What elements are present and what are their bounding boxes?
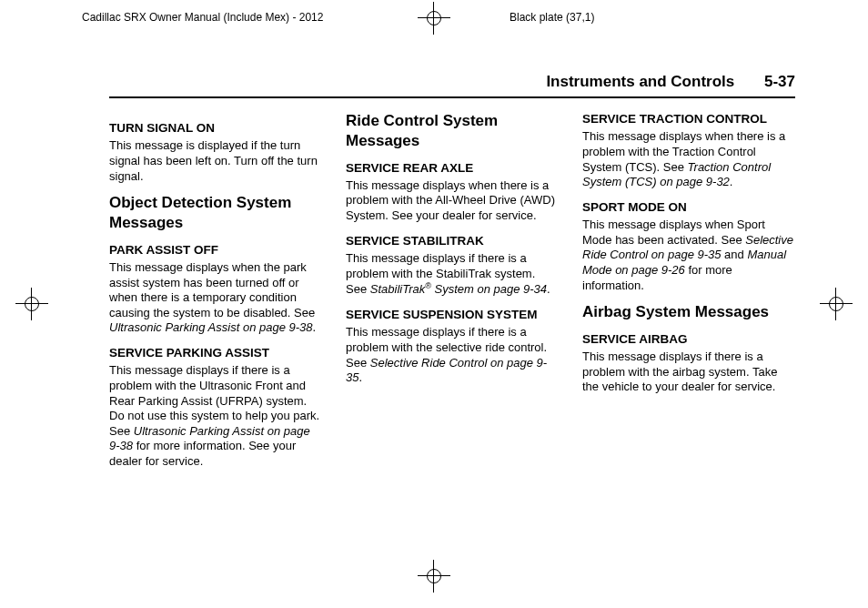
heading-service-rear-axle: SERVICE REAR AXLE xyxy=(346,160,559,176)
text: for more information. See your dealer fo… xyxy=(109,439,296,468)
column-1: TURN SIGNAL ON This message is displayed… xyxy=(109,111,322,475)
manual-title: Cadillac SRX Owner Manual (Include Mex) … xyxy=(82,11,323,24)
text: . xyxy=(313,320,317,334)
para: This message displays when there is a pr… xyxy=(346,178,559,224)
heading-sport-mode: SPORT MODE ON xyxy=(582,199,795,215)
heading-ride-control: Ride Control System Messages xyxy=(346,111,559,151)
page-number: 5-37 xyxy=(764,73,795,90)
text: . xyxy=(547,282,550,296)
heading-airbag-system: Airbag System Messages xyxy=(582,302,795,322)
reference-link: Selective Ride Control on page 9-35 xyxy=(346,356,547,385)
text: and xyxy=(722,248,748,261)
registration-mark-top xyxy=(420,5,448,32)
text: This message displays when the park assi… xyxy=(109,260,315,319)
heading-turn-signal: TURN SIGNAL ON xyxy=(109,120,322,136)
column-2: Ride Control System Messages SERVICE REA… xyxy=(346,111,559,475)
registration-mark-bottom xyxy=(420,562,448,590)
plate-label: Black plate (37,1) xyxy=(510,11,594,24)
registered-symbol: ® xyxy=(425,281,431,290)
text: . xyxy=(730,175,733,188)
para: This message displays if there is a prob… xyxy=(109,363,322,469)
para: This message displays when Sport Mode ha… xyxy=(582,218,795,293)
registration-mark-left xyxy=(18,290,45,318)
para: This message displays if there is a prob… xyxy=(582,350,795,395)
registration-mark-right xyxy=(823,290,850,318)
para: This message displays when the park assi… xyxy=(109,260,322,336)
heading-service-suspension: SERVICE SUSPENSION SYSTEM xyxy=(346,307,559,322)
text: . xyxy=(358,370,362,384)
running-header: Instruments and Controls 5-37 xyxy=(109,73,795,98)
chapter-title: Instruments and Controls xyxy=(546,73,734,90)
reference-link: Ultrasonic Parking Assist on page 9-38 xyxy=(109,320,313,334)
para: This message is displayed if the turn si… xyxy=(109,138,322,184)
para: This message displays when there is a pr… xyxy=(582,129,795,190)
para: This message displays if there is a prob… xyxy=(346,325,559,386)
heading-park-assist-off: PARK ASSIST OFF xyxy=(109,242,322,258)
columns: TURN SIGNAL ON This message is displayed… xyxy=(109,111,795,475)
heading-service-airbag: SERVICE AIRBAG xyxy=(582,331,795,347)
page-body: Instruments and Controls 5-37 TURN SIGNA… xyxy=(109,73,795,553)
text: This message displays when Sport Mode ha… xyxy=(582,218,765,247)
heading-service-stabilitrak: SERVICE STABILITRAK xyxy=(346,233,559,248)
heading-service-traction: SERVICE TRACTION CONTROL xyxy=(582,111,795,127)
para: This message displays if there is a prob… xyxy=(346,251,559,298)
reference-link: StabiliTrak® System on page 9-34 xyxy=(370,282,547,296)
column-3: SERVICE TRACTION CONTROL This message di… xyxy=(582,111,795,475)
heading-object-detection: Object Detection System Messages xyxy=(109,193,322,233)
heading-service-parking-assist: SERVICE PARKING ASSIST xyxy=(109,345,322,360)
